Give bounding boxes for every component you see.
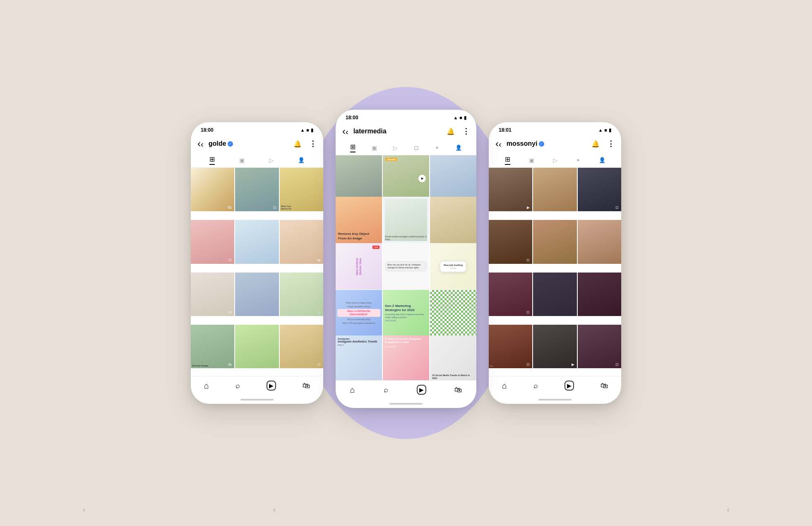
nav-home-left[interactable]: ⌂ [204,381,209,391]
cell-overlay-icon-12: ⊡ [317,362,321,367]
nav-reels-right[interactable]: ▶ [565,381,574,391]
tab-reel-left[interactable]: ▣ [239,157,245,164]
grid-cell-coffee[interactable] [430,197,476,243]
grid-cell-checkered[interactable] [430,290,476,336]
nav-search-left[interactable]: ⌕ [235,381,240,390]
nav-shop-right[interactable]: 🛍 [601,381,608,390]
grid-cell-remove-object[interactable]: Remove Any ObjectFrom An Image [336,197,382,243]
ie-subtitle-3: Fill your personality ideas [347,318,370,321]
grid-cell-left-8[interactable] [235,273,279,316]
nav-home-center[interactable]: ⌂ [350,385,355,395]
grid-cell-increase-engagement[interactable]: Share clear & snappy thesis Create share… [336,290,382,336]
grid-cell-right-10[interactable]: fanc ⊡ [489,325,532,368]
cell-overlay-icon-2: ⊡ [273,205,276,210]
grid-cell-left-2[interactable]: ⊡ [235,168,279,211]
grid-cell-11ways[interactable]: 11 Ways to Increase Instagram Engagement… [383,335,429,380]
username-left: golde [209,140,226,147]
tab-reel-center[interactable]: ▣ [372,145,377,151]
grid-cell-right-8[interactable] [533,273,577,316]
gen-z-sub: Connecting with Gen Z requires more than… [385,313,427,318]
bell-icon-right[interactable]: 🔔 [591,140,600,148]
grid-cell-new-job[interactable]: New job loading ●●●●●● [430,243,476,290]
grid-cell-right-5[interactable] [533,220,577,263]
grid-cell-left-12[interactable]: ⊡ [280,325,323,368]
tab-sparkle-center[interactable]: ✦ [435,145,439,151]
grid-cell-right-3[interactable]: ⊡ [578,168,621,211]
grid-cell-right-7[interactable]: ⊡ [489,273,532,316]
tab-reel-right[interactable]: ▣ [529,157,534,164]
tab-play-left[interactable]: ▷ [269,157,274,164]
grid-cell-left-4[interactable]: ⊡ [191,220,234,263]
grid-right: ▶ ⊡ ⊡ [489,168,621,376]
tabs-row-left: ⊞ ▣ ▷ 👤 [191,153,323,168]
grid-cell-right-6[interactable] [578,220,621,263]
tab-person-right[interactable]: 👤 [599,157,605,163]
grid-cell-left-10[interactable]: Get Your Greens 🛍 [191,325,234,368]
more-icon-left[interactable]: ⋮ [309,139,317,148]
grid-cell-left-7[interactable]: ⊡ [191,273,234,316]
nav-shop-center[interactable]: 🛍 [454,386,462,394]
verified-badge-left [228,141,233,147]
grid-cell-right-9[interactable] [578,273,621,316]
grid-cell-vertical-stories[interactable]: New VerticalStories View LIVE [336,243,382,290]
signal-icon-right: ■ [604,128,607,133]
grid-cell-left-11[interactable] [235,325,279,368]
grid-cell-left-3[interactable]: Make YourMatcha Kit [280,168,323,211]
grid-cell-right-4[interactable]: ⊡ [489,220,532,263]
back-button-center[interactable]: ‹ [342,125,348,137]
grid-cell-left-5[interactable] [235,220,279,263]
grid-cell-right-1[interactable]: ▶ [489,168,532,211]
nav-shop-left[interactable]: 🛍 [303,381,310,390]
tab-play-center[interactable]: ▷ [393,145,398,151]
wifi-icon-center: ▲ [453,115,458,120]
nav-search-center[interactable]: ⌕ [384,386,388,394]
tab-grid-left[interactable]: ⊞ [209,155,215,165]
grid-cell-center-woman-video[interactable]: attended ▶ [383,155,429,202]
back-button-right[interactable]: ‹ [495,138,502,150]
grid-cell-screenshot[interactable]: Mom can you pick me up. Instagram change… [383,243,429,290]
tab-play-right[interactable]: ▷ [553,157,557,164]
grid-cell-gen-z[interactable]: Gen Z Marketing Strategies for 2022 Conn… [383,290,429,336]
attended-badge: attended [385,158,397,161]
bell-icon-left[interactable]: 🔔 [293,140,302,148]
grid-cell-center-food[interactable] [430,155,476,202]
tab-grid-right[interactable]: ⊞ [505,155,510,165]
grid-cell-right-2[interactable] [533,168,577,211]
grid-cell-left-1[interactable]: 🛍 [191,168,234,211]
signal-icon-left: ■ [306,128,309,133]
ie-subtitle-1: Share clear & snappy thesis [346,302,372,304]
cell-overlay-r4: ⊡ [526,258,530,262]
grid-cell-left-6[interactable]: 🛍 [280,220,323,263]
grid-cell-social-watching[interactable]: Social media managers watching finely in… [383,197,429,243]
tab-grid-center[interactable]: ⊞ [350,143,356,152]
grid-cell-right-11[interactable]: ▶ [533,325,577,368]
nav-reels-left[interactable]: ▶ [267,381,276,391]
grid-cell-right-12[interactable]: ⊡ [578,325,621,368]
more-icon-center[interactable]: ⋮ [462,127,470,136]
ie-subtitle-4: Add a CTA that sparks commitment [343,322,375,324]
back-nav-center[interactable]: ‹ [273,506,275,514]
battery-icon-right: ▮ [609,128,611,133]
cell-overlay-icon-9: ▷ [318,310,321,314]
grid-cell-10trends[interactable]: 10 Social Media Trends to Watch in 2022 [430,335,476,380]
tab-sparkle-right[interactable]: ✦ [576,157,580,163]
nav-home-right[interactable]: ⌂ [502,381,507,391]
time-right: 18:01 [499,127,512,133]
back-nav-right[interactable]: ‹ [727,506,729,514]
grid-cell-center-man[interactable] [336,155,382,202]
tab-person-left[interactable]: 👤 [298,157,305,163]
tab-magazine-center[interactable]: ⊡ [414,145,419,151]
grid-cell-aesthetics[interactable]: Instagram Instagram Aesthetics Trends Pa… [336,335,382,380]
11ways-cta: LINK IN BIO [385,345,396,348]
bell-icon-center[interactable]: 🔔 [447,128,455,135]
nav-search-right[interactable]: ⌕ [533,381,538,390]
live-badge: LIVE [372,246,380,249]
more-icon-right[interactable]: ⋮ [607,139,615,148]
back-button-left[interactable]: ‹ [197,138,204,150]
cell-overlay-r1: ▶ [527,205,530,210]
nav-reels-center[interactable]: ▶ [417,385,426,395]
bottom-nav-left: ⌂ ⌕ ▶ 🛍 [191,376,323,397]
back-nav-left[interactable]: ‹ [83,506,85,514]
grid-cell-left-9[interactable]: ▷ [280,273,323,316]
tab-person-center[interactable]: 👤 [455,145,462,151]
